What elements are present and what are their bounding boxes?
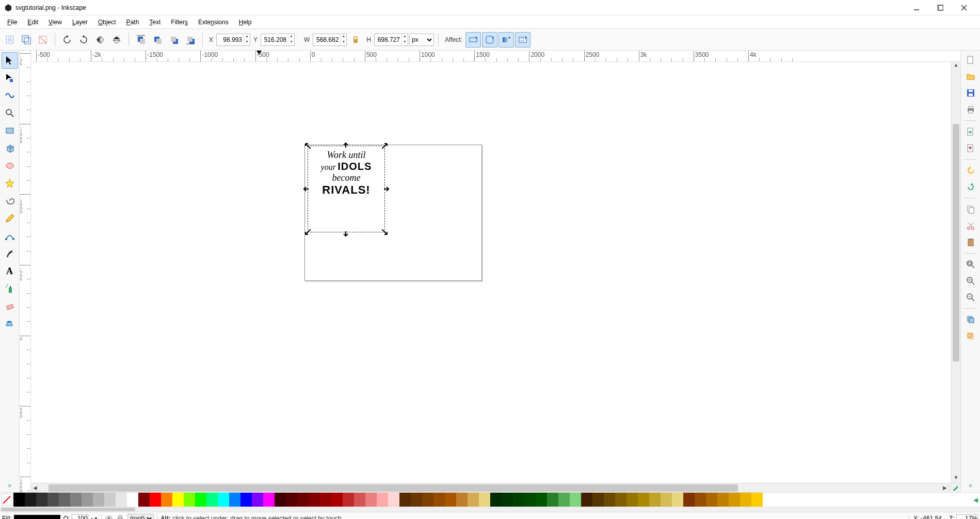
color-swatch[interactable] <box>604 493 615 507</box>
eraser-tool[interactable] <box>2 298 18 314</box>
import-button[interactable] <box>962 124 979 139</box>
paste-button[interactable] <box>962 234 979 250</box>
color-swatch[interactable] <box>729 493 740 507</box>
color-swatch[interactable] <box>331 493 343 507</box>
handle-ne[interactable] <box>382 143 388 149</box>
w-input[interactable]: ▲▼ <box>313 34 347 46</box>
redo-button[interactable] <box>962 179 979 195</box>
color-swatch[interactable] <box>263 493 275 507</box>
palette-scrollbar[interactable] <box>0 507 980 512</box>
color-swatch[interactable] <box>286 493 297 507</box>
color-swatch[interactable] <box>150 493 161 507</box>
zoom-drawing-button[interactable] <box>962 273 979 289</box>
menu-filters[interactable]: Filters <box>166 15 193 28</box>
color-swatch[interactable] <box>422 493 433 507</box>
layer-select[interactable]: (root) <box>127 514 154 520</box>
color-swatch[interactable] <box>377 493 388 507</box>
color-swatch[interactable] <box>59 493 70 507</box>
color-swatch[interactable] <box>252 493 263 507</box>
canvas[interactable]: Work until your IDOLS become RIVALS! <box>31 62 951 483</box>
handle-sw[interactable] <box>304 229 311 235</box>
menu-view[interactable]: View <box>43 15 67 28</box>
color-swatch[interactable] <box>206 493 218 507</box>
maximize-button[interactable] <box>928 0 952 15</box>
quote-graphic[interactable]: Work until your IDOLS become RIVALS! <box>312 150 380 197</box>
copy-button[interactable] <box>962 201 979 217</box>
color-swatch[interactable] <box>365 493 377 507</box>
opacity-input[interactable] <box>72 514 88 520</box>
menu-file[interactable]: File <box>2 15 22 28</box>
h-input[interactable]: ▲▼ <box>374 34 408 46</box>
lower-bottom-button[interactable] <box>183 32 198 48</box>
menu-edit[interactable]: Edit <box>22 15 43 28</box>
handle-s[interactable] <box>343 230 349 237</box>
color-swatch[interactable] <box>570 493 581 507</box>
color-swatch[interactable] <box>195 493 206 507</box>
color-swatch[interactable] <box>309 493 320 507</box>
handle-w[interactable] <box>303 186 310 192</box>
menu-path[interactable]: Path <box>121 15 144 28</box>
lock-toggle[interactable] <box>116 514 124 520</box>
color-swatch[interactable] <box>456 493 468 507</box>
palette-menu-button[interactable]: ◀ <box>971 493 980 507</box>
spiral-tool[interactable] <box>2 193 18 209</box>
fill-swatch[interactable] <box>14 515 60 520</box>
handle-nw[interactable] <box>304 143 311 149</box>
handle-se[interactable] <box>382 229 388 235</box>
text-tool[interactable]: A <box>2 263 18 279</box>
color-swatch[interactable] <box>638 493 649 507</box>
color-swatch[interactable] <box>172 493 184 507</box>
color-swatch[interactable] <box>47 493 59 507</box>
raise-top-button[interactable] <box>133 32 149 48</box>
menu-text[interactable]: Text <box>144 15 166 28</box>
new-document-button[interactable] <box>962 52 979 68</box>
vertical-scrollbar[interactable]: ▲ ▼ <box>951 62 960 483</box>
color-swatch[interactable] <box>25 493 36 507</box>
handle-n[interactable] <box>343 143 349 149</box>
color-swatch[interactable] <box>297 493 309 507</box>
color-swatch[interactable] <box>490 493 502 507</box>
close-button[interactable] <box>952 0 976 15</box>
pencil-tool[interactable] <box>2 210 18 227</box>
rotate-ccw-button[interactable] <box>59 32 75 48</box>
bezier-tool[interactable] <box>2 228 18 244</box>
select-all-button[interactable] <box>2 32 18 48</box>
clone-button[interactable] <box>962 328 979 344</box>
color-swatch[interactable] <box>649 493 661 507</box>
affect-gradient-button[interactable] <box>499 32 514 48</box>
horizontal-scrollbar[interactable]: ◀ ▶ <box>31 483 960 492</box>
color-swatch[interactable] <box>615 493 626 507</box>
color-swatch[interactable] <box>547 493 558 507</box>
duplicate-button[interactable] <box>962 312 979 327</box>
menu-help[interactable]: Help <box>234 15 257 28</box>
star-tool[interactable] <box>2 175 18 192</box>
color-swatch[interactable] <box>683 493 695 507</box>
menu-extensions[interactable]: Extensions <box>193 15 234 28</box>
x-input[interactable]: ▲▼ <box>216 34 250 46</box>
color-swatch[interactable] <box>433 493 445 507</box>
visibility-toggle[interactable] <box>105 514 113 520</box>
menu-object[interactable]: Object <box>93 15 121 28</box>
spray-tool[interactable] <box>2 280 18 297</box>
color-swatch[interactable] <box>626 493 638 507</box>
zoom-input[interactable] <box>956 514 978 520</box>
color-swatch[interactable] <box>354 493 365 507</box>
color-swatch[interactable] <box>388 493 399 507</box>
lock-aspect-button[interactable] <box>348 32 363 48</box>
raise-button[interactable] <box>150 32 165 48</box>
zoom-page-button[interactable] <box>962 290 979 305</box>
color-swatch[interactable] <box>399 493 411 507</box>
color-swatch[interactable] <box>672 493 683 507</box>
color-swatch[interactable] <box>411 493 422 507</box>
no-fill-swatch[interactable] <box>1 494 12 506</box>
color-swatch[interactable] <box>513 493 524 507</box>
color-swatch[interactable] <box>661 493 672 507</box>
color-swatch[interactable] <box>717 493 729 507</box>
color-swatch[interactable] <box>184 493 195 507</box>
color-swatch[interactable] <box>479 493 490 507</box>
color-swatch[interactable] <box>138 493 150 507</box>
color-swatch[interactable] <box>161 493 172 507</box>
flip-vertical-button[interactable] <box>109 32 124 48</box>
color-swatch[interactable] <box>536 493 547 507</box>
color-swatch[interactable] <box>502 493 513 507</box>
